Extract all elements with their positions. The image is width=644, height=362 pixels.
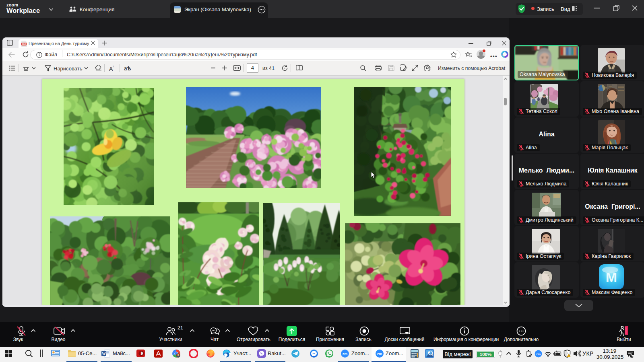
svg-text:!: ! — [568, 354, 569, 357]
svg-text:zm: zm — [536, 352, 541, 356]
svg-text:PDF: PDF — [22, 43, 26, 45]
svg-text:zm: zm — [343, 352, 348, 356]
svg-text:zm: zm — [377, 352, 382, 356]
svg-text:W: W — [102, 352, 106, 356]
svg-text:M: M — [606, 269, 617, 285]
svg-text:A: A — [428, 350, 430, 354]
